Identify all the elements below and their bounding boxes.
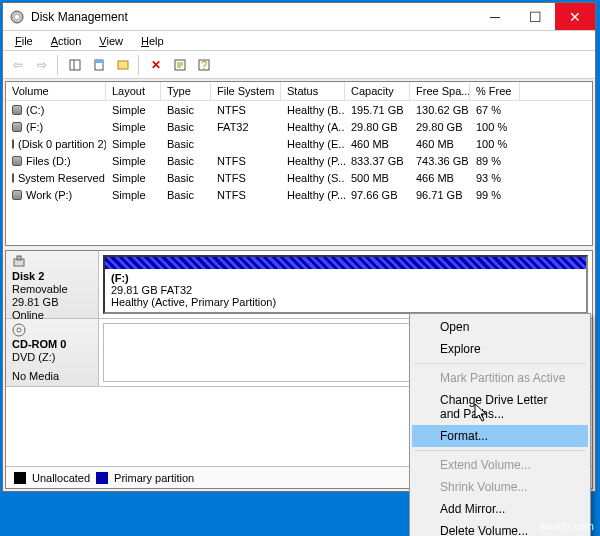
volume-row[interactable]: Work (P:)SimpleBasicNTFSHealthy (P...97.… bbox=[6, 186, 592, 203]
minimize-button[interactable]: ─ bbox=[475, 3, 515, 30]
col-status[interactable]: Status bbox=[281, 82, 345, 100]
partition-f[interactable]: (F:) 29.81 GB FAT32 Healthy (Active, Pri… bbox=[103, 255, 588, 314]
volume-pct: 67 % bbox=[470, 103, 520, 117]
col-capacity[interactable]: Capacity bbox=[345, 82, 410, 100]
menu-view[interactable]: View bbox=[91, 33, 131, 49]
menu-help[interactable]: Help bbox=[133, 33, 172, 49]
volume-type: Basic bbox=[161, 120, 211, 134]
svg-rect-2 bbox=[70, 60, 80, 70]
ctx-explore[interactable]: Explore bbox=[412, 338, 588, 360]
volume-fs: NTFS bbox=[211, 188, 281, 202]
refresh-icon[interactable] bbox=[88, 54, 110, 76]
volume-row[interactable]: Files (D:)SimpleBasicNTFSHealthy (P...83… bbox=[6, 152, 592, 169]
volume-list-header: Volume Layout Type File System Status Ca… bbox=[6, 82, 592, 101]
svg-rect-5 bbox=[95, 60, 103, 63]
ctx-mark-active: Mark Partition as Active bbox=[412, 367, 588, 389]
menu-action[interactable]: Action bbox=[43, 33, 90, 49]
volume-pct: 93 % bbox=[470, 171, 520, 185]
toolbar: ⇦ ⇨ ✕ ? bbox=[3, 51, 595, 79]
disk2-name: Disk 2 bbox=[12, 270, 92, 282]
cdrom-label[interactable]: CD-ROM 0 DVD (Z:) No Media bbox=[6, 319, 99, 386]
ctx-mirror[interactable]: Add Mirror... bbox=[412, 498, 588, 520]
volume-status: Healthy (S... bbox=[281, 171, 345, 185]
volume-status: Healthy (E... bbox=[281, 137, 345, 151]
volume-name: Work (P:) bbox=[26, 189, 72, 201]
volume-status: Healthy (A... bbox=[281, 120, 345, 134]
cdrom-name: CD-ROM 0 bbox=[12, 338, 92, 350]
col-type[interactable]: Type bbox=[161, 82, 211, 100]
app-icon bbox=[9, 9, 25, 25]
ctx-format[interactable]: Format... bbox=[412, 425, 588, 447]
volume-name: (C:) bbox=[26, 104, 44, 116]
maximize-button[interactable]: ☐ bbox=[515, 3, 555, 30]
delete-icon[interactable]: ✕ bbox=[145, 54, 167, 76]
volume-fs bbox=[211, 143, 281, 145]
volume-free: 466 MB bbox=[410, 171, 470, 185]
disk2-kind: Removable bbox=[12, 283, 92, 295]
back-icon[interactable]: ⇦ bbox=[7, 54, 29, 76]
settings-icon[interactable] bbox=[112, 54, 134, 76]
partition-detail-status: Healthy (Active, Primary Partition) bbox=[111, 296, 580, 308]
volume-pct: 100 % bbox=[470, 120, 520, 134]
volume-capacity: 195.71 GB bbox=[345, 103, 410, 117]
watermark: wsxdn.com bbox=[539, 520, 594, 532]
volume-name: (Disk 0 partition 2) bbox=[18, 138, 106, 150]
cdrom-status: No Media bbox=[12, 370, 92, 382]
disk2-label[interactable]: Disk 2 Removable 29.81 GB Online bbox=[6, 251, 99, 318]
legend-unallocated-color bbox=[14, 472, 26, 484]
col-free[interactable]: Free Spa... bbox=[410, 82, 470, 100]
forward-icon[interactable]: ⇨ bbox=[31, 54, 53, 76]
volume-fs: FAT32 bbox=[211, 120, 281, 134]
volume-fs: NTFS bbox=[211, 103, 281, 117]
volume-fs: NTFS bbox=[211, 154, 281, 168]
partition-title: (F:) bbox=[111, 272, 580, 284]
volume-row[interactable]: (C:)SimpleBasicNTFSHealthy (B...195.71 G… bbox=[6, 101, 592, 118]
col-volume[interactable]: Volume bbox=[6, 82, 106, 100]
close-button[interactable]: ✕ bbox=[555, 3, 595, 30]
volume-pct: 99 % bbox=[470, 188, 520, 202]
volume-pct: 89 % bbox=[470, 154, 520, 168]
volume-type: Basic bbox=[161, 171, 211, 185]
volume-type: Basic bbox=[161, 137, 211, 151]
volume-row[interactable]: (Disk 0 partition 2)SimpleBasicHealthy (… bbox=[6, 135, 592, 152]
svg-text:?: ? bbox=[201, 59, 207, 71]
volume-capacity: 500 MB bbox=[345, 171, 410, 185]
title-bar[interactable]: Disk Management ─ ☐ ✕ bbox=[3, 3, 595, 31]
volume-name: (F:) bbox=[26, 121, 43, 133]
volume-free: 130.62 GB bbox=[410, 103, 470, 117]
volume-type: Basic bbox=[161, 154, 211, 168]
volume-row[interactable]: (F:)SimpleBasicFAT32Healthy (A...29.80 G… bbox=[6, 118, 592, 135]
col-pct-free[interactable]: % Free bbox=[470, 82, 520, 100]
volume-name: Files (D:) bbox=[26, 155, 71, 167]
volume-free: 460 MB bbox=[410, 137, 470, 151]
svg-rect-11 bbox=[17, 256, 21, 260]
show-hide-icon[interactable] bbox=[64, 54, 86, 76]
volume-free: 96.71 GB bbox=[410, 188, 470, 202]
volume-icon bbox=[12, 156, 22, 166]
col-filesystem[interactable]: File System bbox=[211, 82, 281, 100]
partition-header bbox=[105, 257, 586, 269]
volume-status: Healthy (B... bbox=[281, 103, 345, 117]
volume-icon bbox=[12, 173, 14, 183]
svg-rect-6 bbox=[118, 61, 128, 69]
volume-status: Healthy (P... bbox=[281, 154, 345, 168]
legend-primary-color bbox=[96, 472, 108, 484]
help-icon[interactable]: ? bbox=[193, 54, 215, 76]
volume-layout: Simple bbox=[106, 120, 161, 134]
menu-bar: File Action View Help bbox=[3, 31, 595, 51]
volume-row[interactable]: System ReservedSimpleBasicNTFSHealthy (S… bbox=[6, 169, 592, 186]
volume-list[interactable]: Volume Layout Type File System Status Ca… bbox=[5, 81, 593, 246]
ctx-open[interactable]: Open bbox=[412, 316, 588, 338]
legend-unallocated-label: Unallocated bbox=[32, 472, 90, 484]
col-layout[interactable]: Layout bbox=[106, 82, 161, 100]
ctx-change-letter[interactable]: Change Drive Letter and Paths... bbox=[412, 389, 588, 425]
properties-icon[interactable] bbox=[169, 54, 191, 76]
volume-capacity: 833.37 GB bbox=[345, 154, 410, 168]
volume-free: 743.36 GB bbox=[410, 154, 470, 168]
volume-status: Healthy (P... bbox=[281, 188, 345, 202]
volume-capacity: 29.80 GB bbox=[345, 120, 410, 134]
menu-file[interactable]: File bbox=[7, 33, 41, 49]
volume-layout: Simple bbox=[106, 103, 161, 117]
legend-primary-label: Primary partition bbox=[114, 472, 194, 484]
volume-capacity: 460 MB bbox=[345, 137, 410, 151]
